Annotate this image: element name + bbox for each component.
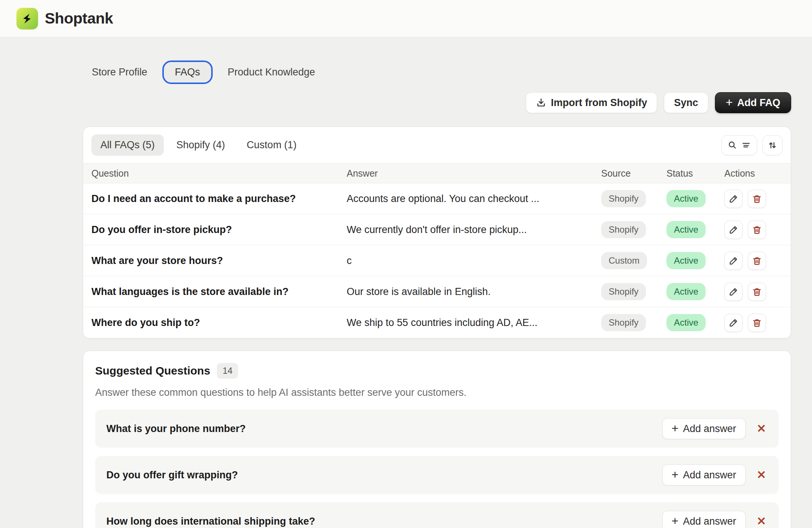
edit-faq-button[interactable] [724,190,743,208]
faq-filter-tab[interactable]: Shopify (4) [168,134,234,156]
column-header-status: Status [666,168,724,179]
pencil-icon [728,318,738,328]
tab-product-knowledge[interactable]: Product Knowledge [219,61,324,83]
source-badge: Shopify [601,283,646,301]
edit-faq-button[interactable] [724,283,743,301]
column-header-answer: Answer [347,168,601,179]
status-badge: Active [666,221,706,239]
table-row: What languages is the store available in… [83,276,791,307]
faq-card: All FAQs (5) Shopify (4) Custom (1) [83,127,791,339]
faq-filter-tabs: All FAQs (5) Shopify (4) Custom (1) [91,134,306,156]
delete-faq-button[interactable] [748,314,766,332]
table-tools [721,135,783,155]
suggested-item: What is your phone number? + Add answer … [95,410,779,448]
download-icon [536,97,546,108]
dismiss-suggestion-button[interactable]: ✕ [755,514,768,528]
trash-icon [752,194,762,204]
add-faq-button[interactable]: + Add FAQ [715,92,791,113]
faq-answer: Accounts are optional. You can checkout … [347,193,601,205]
suggested-title: Suggested Questions [95,364,210,377]
plus-icon: + [672,515,679,527]
trash-icon [752,318,762,328]
table-body: Do I need an account to make a purchase?… [83,183,791,338]
add-answer-button[interactable]: + Add answer [662,511,746,528]
suggested-item-actions: + Add answer ✕ [662,511,768,528]
delete-faq-button[interactable] [748,252,766,270]
column-header-actions: Actions [724,168,783,179]
edit-faq-button[interactable] [724,314,743,332]
source-badge: Shopify [601,190,646,208]
suggested-question: What is your phone number? [106,423,246,435]
source-badge: Custom [601,252,647,270]
sync-button[interactable]: Sync [664,92,708,113]
dismiss-suggestion-button[interactable]: ✕ [755,422,768,436]
faq-filter-tab[interactable]: All FAQs (5) [91,134,164,156]
tab-store-profile[interactable]: Store Profile [83,61,156,83]
table-row: Do I need an account to make a purchase?… [83,183,791,214]
suggested-questions-card: Suggested Questions 14 Answer these comm… [83,351,791,528]
app-window: Shoptank Store Profile FAQs Product Know… [0,0,812,528]
status-badge: Active [666,190,706,208]
column-header-source: Source [601,168,666,179]
add-answer-button[interactable]: + Add answer [662,465,746,485]
add-faq-label: Add FAQ [737,97,781,109]
app-header: Shoptank [0,0,812,37]
faq-card-toolbar: All FAQs (5) Shopify (4) Custom (1) [83,127,791,163]
suggested-list: What is your phone number? + Add answer … [95,410,779,528]
status-badge: Active [666,283,706,301]
search-icon [727,140,737,150]
nav-tabs: Store Profile FAQs Product Knowledge [83,60,791,84]
filter-lines-icon [741,140,751,150]
faq-question: Where do you ship to? [91,317,347,329]
sort-button[interactable] [762,135,783,155]
actions-row: Import from Shopify Sync + Add FAQ [83,92,791,113]
app-title: Shoptank [45,10,113,27]
pencil-icon [728,225,738,235]
table-row: Where do you ship to? We ship to 55 coun… [83,307,791,338]
pencil-icon [728,194,738,204]
add-answer-label: Add answer [683,516,736,527]
row-actions [724,314,783,332]
plus-icon: + [672,469,679,481]
faq-answer: We currently don't offer in-store pickup… [347,224,601,236]
source-badge: Shopify [601,314,646,332]
row-actions [724,283,783,301]
add-answer-label: Add answer [683,423,736,435]
import-label: Import from Shopify [551,97,647,109]
suggested-item: Do you offer gift wrapping? + Add answer… [95,456,779,494]
edit-faq-button[interactable] [724,252,743,270]
search-filter-button[interactable] [721,135,757,155]
suggested-subtitle: Answer these common questions to help AI… [95,387,779,398]
source-badge: Shopify [601,221,646,239]
trash-icon [752,256,762,266]
suggested-count-badge: 14 [217,363,238,379]
row-actions [724,252,783,270]
sync-label: Sync [674,97,698,109]
faq-question: Do you offer in-store pickup? [91,224,347,236]
suggested-header: Suggested Questions 14 [95,363,779,379]
suggested-item-actions: + Add answer ✕ [662,418,768,439]
tab-faqs[interactable]: FAQs [162,60,213,84]
edit-faq-button[interactable] [724,221,743,239]
add-answer-button[interactable]: + Add answer [662,418,746,439]
app-logo [16,8,38,29]
suggested-question: Do you offer gift wrapping? [106,469,238,481]
suggested-item-actions: + Add answer ✕ [662,465,768,485]
faq-filter-tab[interactable]: Custom (1) [238,134,306,156]
column-header-question: Question [91,168,347,179]
pencil-icon [728,287,738,297]
table-header: Question Answer Source Status Actions [83,163,791,183]
dismiss-suggestion-button[interactable]: ✕ [755,468,768,482]
delete-faq-button[interactable] [748,283,766,301]
trash-icon [752,287,762,297]
delete-faq-button[interactable] [748,190,766,208]
faq-answer: We ship to 55 countries including AD, AE… [347,317,601,329]
import-from-shopify-button[interactable]: Import from Shopify [526,92,657,113]
add-answer-label: Add answer [683,469,736,481]
main-content: Store Profile FAQs Product Knowledge Imp… [0,60,812,528]
faq-question: What languages is the store available in… [91,286,347,298]
row-actions [724,190,783,208]
status-badge: Active [666,252,706,270]
plus-icon: + [726,96,733,108]
delete-faq-button[interactable] [748,221,766,239]
